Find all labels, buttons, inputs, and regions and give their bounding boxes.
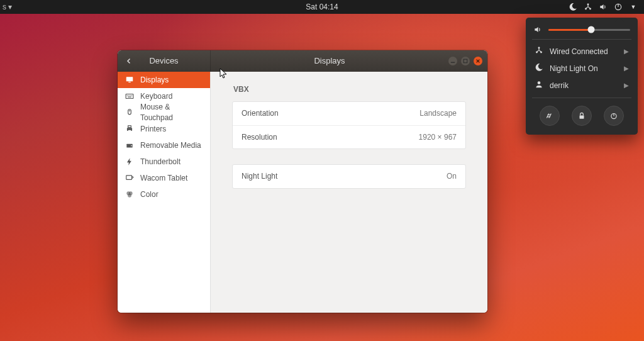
content-area: VBX OrientationLandscapeResolution1920 ×… (211, 72, 487, 313)
moon-icon (535, 63, 543, 75)
chevron-right-icon: ▶ (624, 47, 629, 56)
network-icon (584, 3, 592, 11)
sidebar-item-label: Removable Media (140, 140, 201, 151)
volume-icon (599, 3, 608, 11)
setting-value: On (447, 171, 457, 182)
separator (532, 98, 631, 98)
clock[interactable]: Sat 04:14 (306, 2, 338, 13)
svg-rect-14 (126, 94, 133, 99)
printer-icon (125, 125, 134, 133)
svg-point-4 (538, 47, 540, 48)
sidebar-item-wacom-tablet[interactable]: Wacom Tablet (118, 170, 210, 186)
setting-label: Resolution (242, 132, 277, 143)
setting-row-night-light[interactable]: Night LightOn (233, 165, 465, 188)
close-button[interactable] (474, 57, 482, 65)
minimize-button[interactable] (448, 57, 457, 65)
sidebar-item-displays[interactable]: Displays (118, 72, 210, 88)
chevron-right-icon: ▶ (624, 64, 629, 73)
tablet-icon (125, 174, 134, 182)
user-icon (535, 80, 543, 92)
menu-item-wired-connected[interactable]: Wired Connected▶ (533, 43, 630, 60)
network-icon (535, 46, 543, 58)
sidebar-item-label: Keyboard (140, 91, 172, 102)
chevron-down-icon: ▼ (629, 3, 638, 11)
sidebar-item-label: Mouse & Touchpad (140, 102, 203, 123)
svg-rect-27 (126, 176, 132, 179)
separator (532, 39, 631, 40)
menu-item-label: Wired Connected (550, 47, 608, 57)
svg-rect-8 (579, 116, 584, 119)
sidebar-item-label: Color (140, 189, 158, 200)
svg-point-0 (587, 3, 589, 5)
menu-item-derrik[interactable]: derrik▶ (533, 77, 630, 94)
sidebar-item-thunderbolt[interactable]: Thunderbolt (118, 154, 210, 170)
sidebar-item-label: Thunderbolt (140, 157, 180, 167)
svg-rect-10 (451, 62, 455, 63)
setting-label: Orientation (242, 108, 279, 119)
svg-rect-19 (128, 97, 131, 98)
top-bar: s ▾ Sat 04:14 ▼ (0, 0, 644, 14)
chevron-right-icon: ▶ (624, 81, 629, 90)
thunderbolt-icon (125, 157, 134, 166)
cursor-icon (219, 68, 228, 82)
sidebar-item-mouse-touchpad[interactable]: Mouse & Touchpad (118, 104, 210, 121)
topbar-left-fragment: s ▾ (0, 2, 12, 13)
removable-icon (125, 141, 134, 150)
menu-item-label: derrik (550, 81, 569, 91)
power-button[interactable] (604, 106, 624, 126)
display-name: VBX (233, 84, 466, 95)
settings-button[interactable] (540, 106, 560, 126)
headerbar[interactable]: Devices Displays (118, 50, 487, 72)
setting-row-orientation[interactable]: OrientationLandscape (233, 102, 465, 125)
setting-label: Night Light (242, 171, 277, 182)
maximize-button[interactable] (461, 57, 470, 65)
keyboard-icon (125, 92, 134, 101)
back-button[interactable] (121, 53, 136, 69)
lock-button[interactable] (572, 106, 592, 126)
volume-slider[interactable] (533, 25, 630, 34)
sidebar: DisplaysKeyboardMouse & TouchpadPrinters… (118, 72, 211, 313)
menu-item-label: Night Light On (550, 64, 598, 74)
svg-rect-21 (129, 110, 130, 111)
setting-row-resolution[interactable]: Resolution1920 × 967 (233, 125, 465, 149)
mouse-icon (125, 108, 134, 117)
volume-track[interactable] (548, 29, 630, 31)
svg-rect-12 (126, 77, 133, 81)
night-light-card: Night LightOn (232, 164, 466, 189)
header-title: Displays (211, 55, 448, 67)
night-light-icon (569, 3, 577, 11)
system-menu: Wired Connected▶Night Light On▶derrik▶ (526, 18, 638, 135)
setting-value: 1920 × 967 (419, 132, 457, 143)
svg-rect-18 (131, 95, 132, 96)
volume-fill (548, 29, 591, 31)
volume-knob[interactable] (587, 26, 594, 33)
svg-rect-24 (128, 130, 131, 132)
color-icon (125, 190, 134, 199)
header-left-title: Devices (149, 55, 178, 67)
status-area[interactable]: ▼ (569, 3, 644, 11)
display-settings-card: OrientationLandscapeResolution1920 × 967 (232, 101, 466, 150)
window-controls (448, 57, 487, 65)
settings-window: Devices Displays DisplaysKeyboardMouse &… (118, 50, 487, 313)
display-icon (125, 75, 134, 84)
sidebar-item-label: Printers (140, 124, 166, 135)
svg-rect-15 (127, 95, 128, 96)
svg-rect-11 (464, 59, 467, 63)
menu-item-night-light-on[interactable]: Night Light On▶ (533, 60, 630, 77)
power-icon (614, 3, 623, 11)
header-left: Devices (118, 50, 211, 72)
volume-icon (533, 25, 542, 34)
sidebar-item-color[interactable]: Color (118, 186, 210, 203)
sidebar-item-label: Wacom Tablet (140, 173, 187, 184)
svg-point-7 (538, 81, 541, 84)
setting-value: Landscape (419, 108, 457, 119)
svg-rect-16 (128, 95, 129, 96)
session-actions (533, 106, 630, 126)
svg-point-26 (131, 145, 132, 147)
sidebar-item-removable-media[interactable]: Removable Media (118, 137, 210, 154)
svg-rect-23 (128, 126, 131, 128)
svg-rect-17 (130, 95, 131, 96)
sidebar-item-printers[interactable]: Printers (118, 121, 210, 137)
svg-point-30 (128, 194, 131, 198)
svg-rect-13 (128, 82, 131, 82)
